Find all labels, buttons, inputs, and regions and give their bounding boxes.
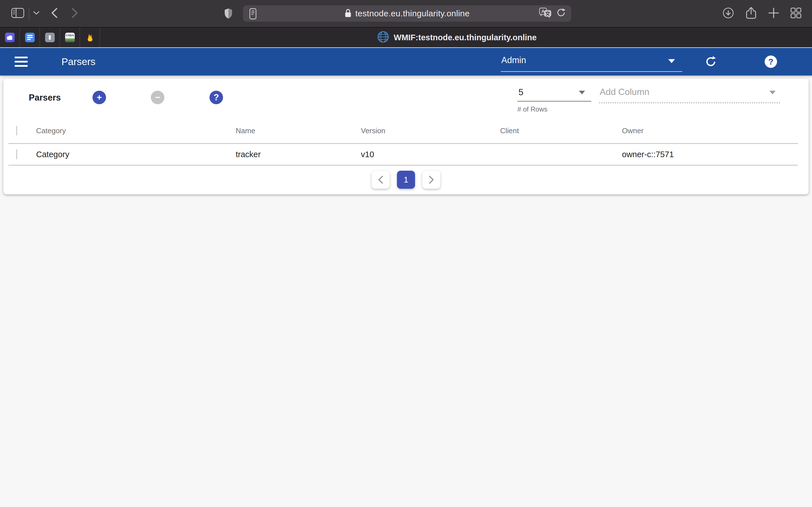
add-parser-button[interactable]: +: [93, 91, 106, 104]
next-page-button[interactable]: [422, 171, 441, 189]
table-row[interactable]: Category tracker v10 owner-c::7571: [8, 143, 798, 166]
screen: testnode.eu.thingularity.online A: [0, 0, 812, 507]
pinned-tab-firebase[interactable]: [80, 27, 100, 47]
url-text: testnode.eu.thingularity.online: [355, 9, 470, 18]
column-header-category[interactable]: Category: [36, 126, 236, 135]
chevron-down-icon: [668, 59, 675, 63]
panel-title: Parsers: [29, 93, 61, 103]
rows-per-page-label: # of Rows: [517, 105, 548, 113]
privacy-shield-icon[interactable]: [224, 8, 233, 20]
pinned-tab-info[interactable]: [40, 27, 60, 47]
sidebar-toggle-icon[interactable]: [11, 8, 24, 19]
firebase-flame-icon: [85, 33, 95, 42]
panel-help-button[interactable]: ?: [209, 91, 223, 104]
tab-bar: USDA: [0, 27, 812, 47]
cloud-icon: [5, 33, 15, 42]
active-tab[interactable]: WMIF:testnode.eu.thingularity.online: [101, 27, 812, 47]
lock-icon: [345, 8, 352, 19]
chevron-down-icon[interactable]: [33, 11, 40, 16]
column-header-owner[interactable]: Owner: [622, 126, 798, 135]
remove-parser-button[interactable]: −: [151, 91, 164, 104]
column-header-version[interactable]: Version: [361, 126, 500, 135]
app-header: Parsers Admin ?: [0, 48, 812, 75]
add-column-placeholder: Add Column: [600, 87, 649, 97]
document-lines-icon: [25, 33, 35, 42]
usda-label: USDA: [65, 34, 75, 37]
gray-pill-icon: [45, 33, 55, 42]
page-number-button[interactable]: 1: [397, 171, 415, 189]
cell-name: tracker: [236, 150, 361, 159]
url-bar-actions: A: [539, 5, 566, 22]
pagination: 1: [3, 171, 809, 189]
new-tab-icon[interactable]: [768, 7, 779, 20]
url-display: testnode.eu.thingularity.online: [243, 5, 571, 22]
downloads-icon[interactable]: [722, 7, 734, 20]
browser-action-buttons: [722, 0, 801, 27]
select-all-checkbox[interactable]: [16, 126, 17, 135]
forward-button-icon[interactable]: [71, 8, 79, 19]
translate-icon[interactable]: A: [539, 8, 552, 19]
cell-owner: owner-c::7571: [622, 150, 798, 159]
menu-hamburger-icon[interactable]: [15, 57, 28, 67]
pinned-tab-cloud[interactable]: [0, 27, 20, 47]
chevron-down-icon: [769, 91, 776, 94]
cell-category: Category: [36, 150, 236, 159]
share-icon[interactable]: [746, 6, 757, 20]
toolbar-divider: [29, 8, 29, 19]
chevron-down-icon: [579, 91, 585, 94]
cell-version: v10: [361, 150, 500, 159]
page-title: Parsers: [61, 48, 96, 75]
column-header-client[interactable]: Client: [500, 126, 622, 135]
pinned-tab-usda[interactable]: USDA: [60, 27, 80, 47]
parsers-panel: Parsers + − ? 5 # of Rows Add Column Cat…: [3, 79, 809, 194]
parsers-table: Category Name Version Client Owner Categ…: [8, 118, 798, 166]
help-button[interactable]: ?: [765, 55, 777, 68]
rows-per-page-value: 5: [518, 87, 523, 98]
table-header-row: Category Name Version Client Owner: [8, 118, 798, 143]
browser-nav-controls: [11, 0, 79, 27]
row-checkbox[interactable]: [16, 149, 17, 159]
back-button-icon[interactable]: [51, 8, 58, 19]
url-bar[interactable]: testnode.eu.thingularity.online A: [243, 5, 571, 22]
pinned-tabs: USDA: [0, 27, 100, 47]
add-column-select[interactable]: Add Column: [599, 79, 780, 107]
rows-per-page-select[interactable]: 5 # of Rows: [517, 79, 591, 115]
usda-icon: USDA: [65, 33, 75, 42]
browser-toolbar: testnode.eu.thingularity.online A: [0, 0, 812, 27]
column-header-name[interactable]: Name: [236, 126, 361, 135]
previous-page-button[interactable]: [371, 171, 390, 189]
pinned-tab-docs[interactable]: [20, 27, 40, 47]
refresh-button[interactable]: [704, 55, 717, 69]
account-role-select[interactable]: Admin: [501, 48, 682, 75]
tab-title: WMIF:testnode.eu.thingularity.online: [394, 33, 537, 42]
tab-overview-icon[interactable]: [791, 8, 801, 19]
account-role-value: Admin: [501, 55, 526, 65]
page-reload-icon[interactable]: [557, 8, 566, 19]
globe-icon: [377, 31, 389, 44]
